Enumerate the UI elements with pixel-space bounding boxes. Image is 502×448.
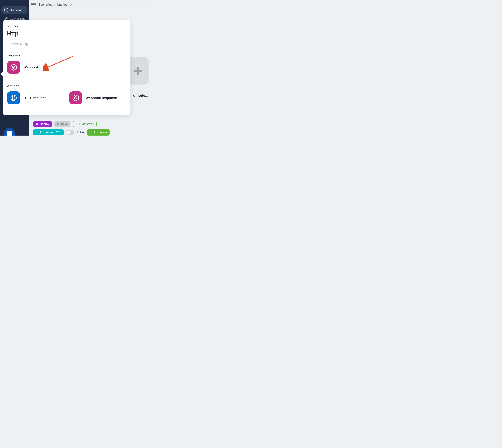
help-launcher[interactable] (4, 128, 15, 136)
svg-point-9 (13, 67, 14, 68)
svg-point-14 (75, 97, 76, 98)
webhook-response-icon (69, 91, 82, 104)
run-once-button[interactable]: Run once Dev: v.1 (33, 129, 64, 135)
chat-icon (7, 131, 12, 136)
topbar: Scenarios / Untitled (29, 0, 152, 9)
save-icon (57, 122, 60, 126)
svg-point-0 (4, 8, 5, 9)
trigger-item-webhook[interactable]: Webhook (7, 61, 67, 74)
back-button[interactable]: Back (7, 24, 18, 28)
svg-point-1 (7, 8, 8, 9)
search-wrap (7, 40, 126, 48)
breadcrumb-separator: / (54, 3, 55, 6)
trigger-item-label: Webhook (24, 65, 39, 69)
svg-point-11 (12, 95, 15, 101)
action-item-label: Webhook response (86, 96, 117, 100)
svg-point-3 (7, 11, 8, 12)
search-input[interactable] (7, 40, 126, 48)
scenarios-icon (4, 8, 8, 12)
sidebar-item-scenarios[interactable]: Scenarios (1, 6, 28, 14)
add-node-button[interactable]: Add node (87, 129, 109, 136)
plus-circle-icon (90, 130, 92, 134)
add-node-label: Add node (94, 131, 107, 134)
play-icon (36, 131, 38, 134)
globe-icon (7, 91, 20, 104)
action-item-http-request[interactable]: HTTP request (7, 91, 64, 104)
save-label: Save (61, 122, 68, 126)
svg-point-2 (4, 11, 5, 12)
active-toggle[interactable] (66, 130, 74, 135)
breadcrumb-title: Untitled (57, 3, 67, 6)
section-actions-heading: Actions (7, 84, 126, 88)
add-node-caption: d node... (133, 94, 148, 98)
node-picker-panel: Back Http Triggers Webhook Actions (3, 20, 130, 115)
svg-point-6 (121, 43, 123, 44)
sidebar-item-label: Scenarios (10, 9, 22, 12)
bottom-toolbar: Deploy Save Draft saved Run once Dev: v.… (33, 121, 151, 136)
status-saved-label: Draft saved (79, 122, 94, 126)
run-version-label: Dev: v.1 (55, 130, 62, 133)
action-item-label: HTTP request (24, 96, 46, 100)
upload-icon (36, 122, 38, 126)
deploy-label: Deploy (40, 122, 49, 126)
plus-icon (133, 64, 142, 78)
back-label: Back (12, 24, 18, 28)
panel-title: Http (7, 30, 126, 37)
breadcrumb: Scenarios / Untitled (38, 3, 73, 6)
active-label: Active (77, 131, 85, 134)
check-icon (76, 122, 78, 126)
menu-toggle-button[interactable] (31, 3, 36, 6)
sidebar-item-label: Connections (10, 17, 25, 20)
section-triggers-heading: Triggers (7, 53, 126, 57)
deploy-button[interactable]: Deploy (33, 121, 52, 127)
edit-title-button[interactable] (70, 3, 73, 6)
arrow-left-icon (7, 24, 10, 28)
breadcrumb-root-link[interactable]: Scenarios (38, 3, 52, 6)
action-item-webhook-response[interactable]: Webhook response (69, 91, 126, 104)
save-button[interactable]: Save (54, 121, 70, 127)
panel-pointer (0, 71, 3, 76)
status-saved: Draft saved (73, 121, 97, 127)
webhook-icon (7, 61, 20, 74)
search-icon (121, 42, 124, 46)
svg-point-10 (11, 95, 16, 101)
run-once-label: Run once (40, 131, 53, 134)
